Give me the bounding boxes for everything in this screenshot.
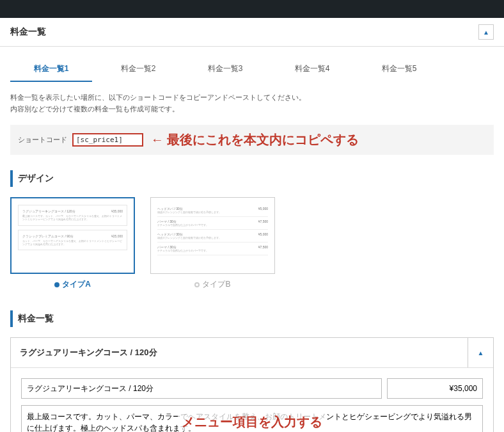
tab-bar: 料金一覧1 料金一覧2 料金一覧3 料金一覧4 料金一覧5 [10,57,494,82]
admin-top-strip [0,0,504,18]
shortcode-input[interactable]: [sc_price1] [72,133,143,147]
tab-price2[interactable]: 料金一覧2 [97,57,179,82]
name-price-row [21,378,483,399]
list-heading: 料金一覧 [10,310,494,327]
preview-list-row: ヘッドスパ / 30分頭皮のクレンジングと血行促進で抜け毛を予防します。¥5,0… [157,230,268,243]
annotation-shortcode: ← 最後にこれを本文内にコピペする [151,131,359,148]
course-name-input[interactable] [21,378,382,399]
instruction-line2: 内容別などで分けて複数の料金一覧も作成可能です。 [10,104,494,115]
preview-list-row: パーマ / 30分ナチュラルで自然な仕上がりのパーマです。¥7,500 [157,217,268,230]
panel-body: メニュー項目を入力する アイテムを削除する [11,367,493,432]
chevron-up-icon: ▲ [478,349,484,356]
content: 料金一覧1 料金一覧2 料金一覧3 料金一覧4 料金一覧5 料金一覧を表示したい… [0,47,504,432]
preview-list-row: パーマ / 30分ナチュラルで自然な仕上がりのパーマです。¥7,500 [157,243,268,255]
tab-price1[interactable]: 料金一覧1 [10,57,92,82]
collapse-toggle[interactable]: ▲ [478,24,494,40]
desc-wrap: メニュー項目を入力する [21,405,483,432]
panel-title: ラグジュアリーキングコース / 120分 [11,338,468,367]
course-description-input[interactable] [21,405,483,432]
design-preview-a: ラグジュアリーキングコース / 120分¥35,000 最上級コースです。カット… [10,197,135,274]
instruction-line1: 料金一覧を表示したい場所に、以下のショートコードをコピーアンドペーストしてくださ… [10,92,494,104]
page-title: 料金一覧 [10,26,46,38]
design-preview-b: ヘッドスパ / 30分頭皮のクレンジングと血行促進で抜け毛を予防します。¥5,0… [150,197,275,274]
preview-card: ラグジュアリーキングコース / 120分¥35,000 最上級コースです。カット… [18,205,127,225]
design-label-a-text: タイプA [62,279,91,290]
design-options: ラグジュアリーキングコース / 120分¥35,000 最上級コースです。カット… [10,197,494,295]
design-label-b: タイプB [150,274,275,295]
preview-list-row: ヘッドスパ / 30分頭皮のクレンジングと血行促進で抜け毛を予防します。¥5,0… [157,204,268,217]
chevron-up-icon: ▲ [483,29,489,36]
page-container: 料金一覧 ▲ 料金一覧1 料金一覧2 料金一覧3 料金一覧4 料金一覧5 料金一… [0,18,504,432]
price-item-panel-1: ラグジュアリーキングコース / 120分 ▲ メニュー項目を入力する アイテムを… [10,337,494,432]
design-label-b-text: タイプB [202,279,230,290]
panel-header: ラグジュアリーキングコース / 120分 ▲ [11,338,493,367]
radio-icon [194,282,200,287]
panel-collapse-button[interactable]: ▲ [468,338,493,367]
tab-price3[interactable]: 料金一覧3 [184,57,266,82]
metabox-header: 料金一覧 ▲ [0,18,504,47]
tab-price5[interactable]: 料金一覧5 [358,57,440,82]
course-price-input[interactable] [387,378,483,399]
design-heading: デザイン [10,170,494,187]
preview-card: クラシックプレミアムコース / 90分¥25,000 カット、パーマ、カラーでヘ… [18,230,127,250]
shortcode-label: ショートコード [18,135,67,145]
design-type-a[interactable]: ラグジュアリーキングコース / 120分¥35,000 最上級コースです。カット… [10,197,135,295]
shortcode-row: ショートコード [sc_price1] ← 最後にこれを本文内にコピペする [10,125,494,155]
design-type-b[interactable]: ヘッドスパ / 30分頭皮のクレンジングと血行促進で抜け毛を予防します。¥5,0… [150,197,275,295]
instruction-text: 料金一覧を表示したい場所に、以下のショートコードをコピーアンドペーストしてくださ… [10,92,494,115]
tab-price4[interactable]: 料金一覧4 [271,57,353,82]
design-label-a: タイプA [10,274,135,295]
radio-icon [54,282,59,287]
